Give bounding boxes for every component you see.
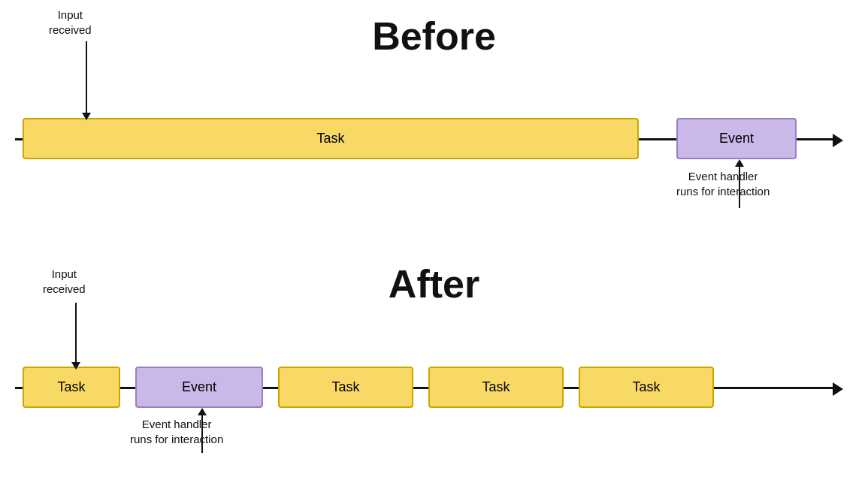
before-task-label: Task (316, 131, 344, 146)
after-task2-box: Task (278, 367, 413, 408)
after-task1-label: Task (57, 379, 85, 395)
before-input-annotation: Input received (49, 8, 92, 37)
diagram-container: Before Task Event Input received Event h… (0, 0, 868, 486)
after-input-annotation: Input received (43, 267, 86, 296)
before-event-annotation: Event handler runs for interaction (676, 169, 770, 198)
after-event-box: Event (135, 367, 263, 408)
after-task4-label: Task (632, 379, 660, 395)
before-event-box: Event (676, 118, 797, 159)
after-task2-label: Task (331, 379, 359, 395)
timeline-arrow-after (833, 382, 843, 396)
after-task1-box: Task (23, 367, 120, 408)
before-input-arrow (82, 41, 91, 120)
after-task3-box: Task (428, 367, 564, 408)
after-task3-label: Task (482, 379, 510, 395)
before-event-label: Event (719, 131, 754, 146)
before-task-box: Task (23, 118, 639, 159)
title-after: After (0, 261, 868, 306)
timeline-arrow-before (833, 134, 843, 147)
title-before: Before (0, 14, 868, 59)
after-event-label: Event (182, 379, 216, 395)
after-event-annotation: Event handler runs for interaction (130, 417, 223, 446)
after-task4-box: Task (579, 367, 714, 408)
after-input-arrow (71, 303, 80, 370)
